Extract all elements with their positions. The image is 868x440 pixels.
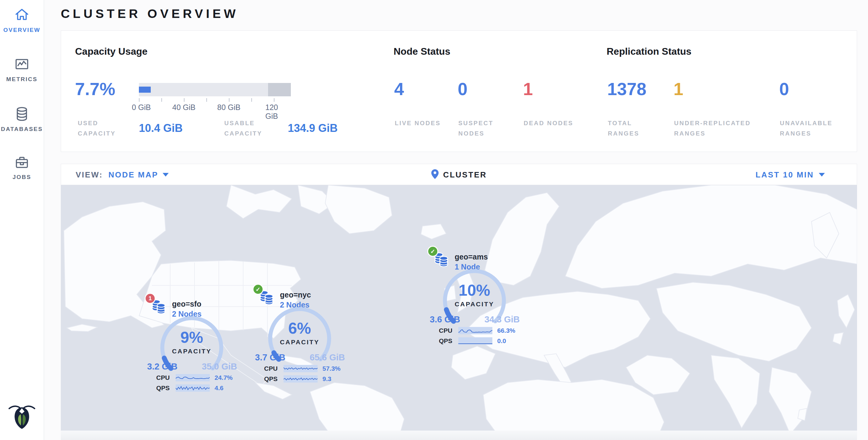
used-capacity-label: USED CAPACITY xyxy=(78,118,135,138)
cpu-value: 66.3% xyxy=(497,327,516,334)
under-replicated-ranges-value: 1 xyxy=(674,79,683,99)
capacity-bar-fill xyxy=(139,87,151,93)
chevron-down-icon xyxy=(163,173,169,177)
locality-marker[interactable]: ✓ geo=ams 1 Node 10% CAPACITY 3.6 GiB xyxy=(427,245,512,349)
sidebar-item-label: METRICS xyxy=(6,76,38,82)
qps-label: QPS xyxy=(264,375,279,383)
tick-label: 80 GiB xyxy=(217,103,240,112)
sidebar-item-metrics[interactable]: METRICS xyxy=(0,57,44,83)
node-status-title: Node Status xyxy=(394,46,451,57)
view-label: VIEW: xyxy=(76,170,103,180)
qps-sparkline xyxy=(176,384,210,392)
cockroachdb-logo xyxy=(0,399,44,431)
dead-nodes-value: 1 xyxy=(523,79,533,99)
map-toolbar: VIEW: NODE MAP CLUSTER LAST 10 xyxy=(61,164,857,185)
chevron-down-icon xyxy=(819,173,825,177)
capacity-label: CAPACITY xyxy=(157,348,227,355)
cpu-value: 57.3% xyxy=(322,365,341,372)
status-badge: ✓ xyxy=(253,284,264,295)
capacity-percent: 10% xyxy=(439,281,509,299)
view-selector-value: NODE MAP xyxy=(108,170,158,180)
map-footer-strip xyxy=(61,431,857,440)
cpu-label: CPU xyxy=(264,365,279,372)
sidebar-item-databases[interactable]: DATABASES xyxy=(0,106,44,132)
sidebar-item-overview[interactable]: OVERVIEW xyxy=(0,8,44,33)
replication-status-title: Replication Status xyxy=(607,46,691,57)
tick-label: 40 GiB xyxy=(172,103,195,112)
cpu-sparkline xyxy=(176,374,210,381)
time-range-selector[interactable]: LAST 10 MIN xyxy=(755,164,825,185)
qps-value: 4.6 xyxy=(215,384,223,392)
cpu-sparkline xyxy=(284,365,318,372)
unavailable-ranges-label: UNAVAILABLE RANGES xyxy=(780,118,853,138)
status-badge: 1 xyxy=(145,293,156,304)
main-content: CLUSTER OVERVIEW Capacity Usage 7.7% 0 G… xyxy=(44,0,868,440)
locality-name: geo=nyc xyxy=(280,290,311,299)
usable-capacity-value: 35.0 GiB xyxy=(202,362,237,372)
locality-marker[interactable]: ✓ geo=nyc 2 Nodes 6% CAPACITY 3.7 GiB xyxy=(252,283,337,386)
locality-name: geo=sfo xyxy=(172,300,202,308)
qps-sparkline xyxy=(458,337,492,345)
sidebar-item-jobs[interactable]: JOBS xyxy=(0,156,44,181)
capacity-percent: 6% xyxy=(265,319,335,337)
usable-capacity-value: 34.3 GiB xyxy=(485,315,520,324)
qps-label: QPS xyxy=(156,384,171,392)
qps-sparkline xyxy=(284,375,318,383)
used-capacity-value: 3.7 GiB xyxy=(255,352,285,363)
dead-nodes-label: DEAD NODES xyxy=(524,118,575,128)
cpu-label: CPU xyxy=(439,327,454,334)
used-capacity-value: 3.6 GiB xyxy=(430,315,460,324)
qps-value: 9.3 xyxy=(322,375,331,383)
capacity-bar xyxy=(139,83,291,96)
status-badge: ✓ xyxy=(427,246,438,257)
page-title: CLUSTER OVERVIEW xyxy=(61,7,239,21)
jobs-icon xyxy=(0,156,44,171)
used-capacity-value: 3.2 GiB xyxy=(147,362,178,372)
cluster-overview-page: OVERVIEW METRICS DATABASES xyxy=(0,0,868,440)
usable-capacity-value: 134.9 GiB xyxy=(288,122,338,135)
capacity-usage-title: Capacity Usage xyxy=(75,46,147,57)
sidebar-item-label: OVERVIEW xyxy=(3,27,40,33)
suspect-nodes-value: 0 xyxy=(458,79,467,99)
home-icon xyxy=(0,8,44,24)
view-selector[interactable]: NODE MAP xyxy=(108,170,169,180)
tick-label: 0 GiB xyxy=(132,103,151,112)
capacity-bar-reserved xyxy=(268,83,291,96)
capacity-bar-tick-labels: 0 GiB 40 GiB 80 GiB 120 GiB xyxy=(139,103,291,112)
time-range-value: LAST 10 MIN xyxy=(755,170,814,180)
capacity-percent: 9% xyxy=(157,328,227,346)
metrics-icon xyxy=(0,57,44,73)
cpu-value: 24.7% xyxy=(215,374,233,381)
total-ranges-label: TOTAL RANGES xyxy=(608,118,662,138)
locality-name: geo=ams xyxy=(455,253,488,261)
suspect-nodes-label: SUSPECT NODES xyxy=(458,118,510,138)
capacity-label: CAPACITY xyxy=(439,301,509,308)
cpu-label: CPU xyxy=(156,374,171,381)
locality-marker[interactable]: 1 geo=sfo 2 Nodes 9% CAPACITY 3.2 GiB xyxy=(144,292,229,396)
cpu-sparkline xyxy=(458,327,492,334)
unavailable-ranges-value: 0 xyxy=(779,79,789,99)
under-replicated-ranges-label: UNDER-REPLICATED RANGES xyxy=(674,118,765,138)
usable-capacity-label: USABLE CAPACITY xyxy=(224,118,282,138)
map-pin-icon xyxy=(431,169,439,181)
qps-value: 0.0 xyxy=(497,337,506,345)
databases-icon xyxy=(0,106,44,123)
qps-label: QPS xyxy=(439,337,454,345)
sidebar-item-label: JOBS xyxy=(12,174,31,180)
sidebar-item-label: DATABASES xyxy=(1,126,43,132)
usable-capacity-value: 65.6 GiB xyxy=(310,352,345,363)
summary-panel: Capacity Usage 7.7% 0 GiB 40 GiB 80 GiB … xyxy=(61,30,857,152)
used-capacity-value: 10.4 GiB xyxy=(139,122,183,135)
total-ranges-value: 1378 xyxy=(607,79,646,99)
capacity-label: CAPACITY xyxy=(265,339,335,346)
live-nodes-label: LIVE NODES xyxy=(395,118,446,128)
sidebar: OVERVIEW METRICS DATABASES xyxy=(0,0,44,440)
node-map: 1 geo=sfo 2 Nodes 9% CAPACITY 3.2 GiB xyxy=(61,185,857,440)
capacity-percent: 7.7% xyxy=(75,79,115,99)
live-nodes-value: 4 xyxy=(394,79,404,99)
capacity-bar-ticks xyxy=(139,98,291,102)
breadcrumb-cluster[interactable]: CLUSTER xyxy=(443,170,487,180)
